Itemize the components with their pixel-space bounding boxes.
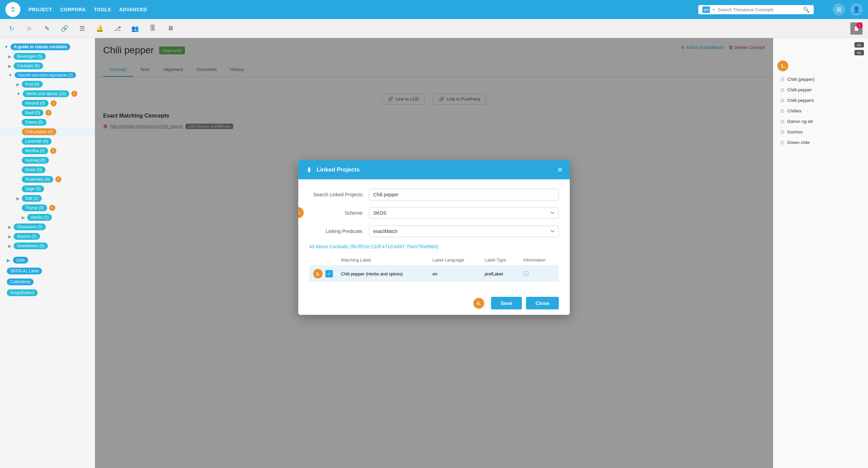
suggestion-item-0[interactable]: ⊘ Chilli (pepper) <box>777 74 864 85</box>
hierarchy-icon[interactable]: ⎇ <box>111 22 124 35</box>
predicate-row: Linking Predicate: exactMatch <box>309 226 559 237</box>
sidebar-item-skosxl[interactable]: SKOS-XL Label <box>0 266 95 276</box>
sweeteners-tag: Sweeteners (5) <box>14 242 48 249</box>
glassware-tag: Glassware (3) <box>14 223 46 230</box>
chili-tag: Chili pepper (0) <box>22 128 56 135</box>
lang-badge-2[interactable]: en <box>854 50 864 55</box>
beverages-tag: Beverages (5) <box>14 53 46 60</box>
users-icon[interactable]: 👥 <box>129 22 141 35</box>
row-type: prefLabel <box>480 266 519 282</box>
top-navigation: PROJECT CORPORA TOOLS ADVANCED en ▾ 🔍 ⊞ … <box>0 0 868 19</box>
suggestion-item-3[interactable]: ⊘ Chillies <box>777 106 864 116</box>
sidebar-item-nutmeg[interactable]: Nutmeg (0) <box>0 156 95 165</box>
refresh-icon[interactable]: ↻ <box>5 22 18 35</box>
scheme-select[interactable]: SKOS <box>369 207 559 219</box>
edit-label-icon[interactable]: ✎ <box>41 22 53 35</box>
database-icon[interactable]: 🗄 <box>147 22 159 35</box>
sidebar-item-celery[interactable]: Celery (0) <box>0 118 95 127</box>
nav-advanced[interactable]: ADVANCED <box>119 7 147 12</box>
sidebar-item-glassware[interactable]: ▶ Glassware (3) <box>0 222 95 232</box>
garnish-tag: Garnish and other ingredients (2) <box>15 72 76 78</box>
main-layout: ▼ A guide to classic cocktails ▶ Beverag… <box>0 38 868 468</box>
sidebar-root[interactable]: ▼ A guide to classic cocktails <box>0 42 95 52</box>
sidebar-item-basil[interactable]: Basil (0) ! <box>0 108 95 118</box>
sidebar-item-herbs[interactable]: ▼ Herbs and spices (13) ! <box>0 89 95 98</box>
step-4-badge: 4. <box>473 298 484 309</box>
nav-project[interactable]: PROJECT <box>29 7 52 12</box>
grid-icon[interactable]: ⊞ <box>833 3 845 16</box>
sidebar-item-chili[interactable]: Chili pepper (0) <box>0 127 95 137</box>
svg-point-0 <box>12 8 14 11</box>
predicate-label: Linking Predicate: <box>309 229 363 234</box>
sidebar-item-lavender[interactable]: Lavender (0) <box>0 137 95 146</box>
scheme-row: 2. Scheme: SKOS <box>309 207 559 219</box>
sidebar-item-sweeteners[interactable]: ▶ Sweeteners (5) <box>0 241 95 251</box>
predicate-select[interactable]: exactMatch <box>369 226 559 237</box>
server-icon[interactable]: 🖥 <box>164 22 176 35</box>
vanilla-tag: Vanilla (1) <box>27 214 52 221</box>
sidebar-item-sauces[interactable]: ▶ Sauces (2) <box>0 232 95 241</box>
results-table: Matching Label Label Language Label Type… <box>309 255 559 282</box>
sidebar-item-fruit[interactable]: ▶ Fruit (9) <box>0 79 95 89</box>
sidebar-item-grapheditors[interactable]: GraphEditors <box>0 287 95 298</box>
lists-tag: Lists <box>13 257 28 264</box>
project-link[interactable]: All About Cocktails (f8c3f32e-210f-471d-… <box>309 244 559 249</box>
list-icon[interactable]: ☰ <box>76 22 88 35</box>
row-checkbox[interactable]: ✓ <box>325 270 333 277</box>
notification-count: 1 <box>856 22 863 29</box>
sidebar-item-collections[interactable]: Collections <box>0 276 95 287</box>
sidebar-item-thyme[interactable]: Thyme (0) ! <box>0 203 95 213</box>
nav-corpora[interactable]: CORPORA <box>60 7 86 12</box>
modal-close-btn[interactable]: ✕ <box>557 166 563 174</box>
save-button[interactable]: Save <box>491 297 522 309</box>
lang-badge-1[interactable]: en <box>854 42 864 48</box>
sidebar-item-beverages[interactable]: ▶ Beverages (5) <box>0 52 95 61</box>
content-area: Chili pepper Approved ⊕ Add to ExactMatc… <box>95 38 773 468</box>
user-icon[interactable]: 👤 <box>850 3 863 16</box>
no-entry-icon-6: ⊘ <box>780 139 785 146</box>
bell-icon[interactable]: 🔔 <box>94 22 106 35</box>
search-bar: en ▾ 🔍 <box>698 5 814 14</box>
no-entry-icon-4: ⊘ <box>780 118 785 125</box>
app-logo[interactable] <box>5 2 20 17</box>
sidebar-item-onion[interactable]: Onion (0) <box>0 165 95 175</box>
sidebar-item-garnish[interactable]: ▼ Garnish and other ingredients (2) <box>0 71 95 79</box>
row-checkbox-cell: 3. ✓ <box>309 266 337 282</box>
nav-tools[interactable]: TOOLS <box>94 7 111 12</box>
close-button[interactable]: Close <box>526 297 559 309</box>
nav-menu: PROJECT CORPORA TOOLS ADVANCED <box>29 7 147 12</box>
sidebar-item-mentha[interactable]: Mentha (0) ! <box>0 146 95 156</box>
search-linked-projects-input[interactable] <box>369 189 559 200</box>
suggestion-item-2[interactable]: ⊘ Chilli peppers <box>777 95 864 106</box>
linked-projects-modal: Linked Projects ✕ Search Linked Projects… <box>298 160 570 315</box>
col-checkbox <box>309 255 337 266</box>
notes-icon[interactable]: 📋 1 <box>850 22 863 35</box>
col-language: Label Language <box>429 255 480 266</box>
no-entry-icon-1: ⊘ <box>780 87 785 93</box>
suggestion-item-6[interactable]: ⊘ Green chile <box>777 137 864 148</box>
rosemary-warning: ! <box>55 176 61 182</box>
fruit-tag: Fruit (9) <box>22 81 43 88</box>
sidebar-item-cocktails[interactable]: ▶ Cocktails (6) <box>0 61 95 71</box>
row-label: Chili pepper (Herbs and spices) <box>337 266 429 282</box>
info-icon[interactable]: ⓘ <box>523 271 529 276</box>
no-entry-icon-3: ⊘ <box>780 108 785 114</box>
sidebar-item-rosemary[interactable]: Rosemary (0) ! <box>0 175 95 184</box>
sidebar-item-salt[interactable]: ▶ Salt (1) <box>0 194 95 203</box>
celery-tag: Celery (0) <box>22 119 46 126</box>
sidebar-item-lists[interactable]: ▶ Lists <box>0 255 95 266</box>
suggestion-item-5[interactable]: ⊘ Gochoo <box>777 127 864 137</box>
lang-selector[interactable]: en <box>702 6 710 13</box>
search-label: Search Linked Projects: <box>309 192 363 197</box>
sidebar-item-vanilla[interactable]: ▶ Vanilla (1) <box>0 213 95 222</box>
sidebar-item-sage[interactable]: Sage (0) <box>0 184 95 194</box>
search-icon[interactable]: 🔍 <box>803 6 810 13</box>
suggestion-item-4[interactable]: ⊘ Dahon ng sili <box>777 116 864 127</box>
col-matching-label: Matching Label <box>337 255 429 266</box>
search-input[interactable] <box>718 7 800 12</box>
star-icon[interactable]: ☆ <box>23 22 35 35</box>
link-icon[interactable]: 🔗 <box>58 22 71 35</box>
suggestion-item-1[interactable]: ⊘ Chilli pepper <box>777 85 864 95</box>
no-entry-icon-0: ⊘ <box>780 76 785 83</box>
sidebar-item-almond[interactable]: Almond (0) ! <box>0 98 95 108</box>
